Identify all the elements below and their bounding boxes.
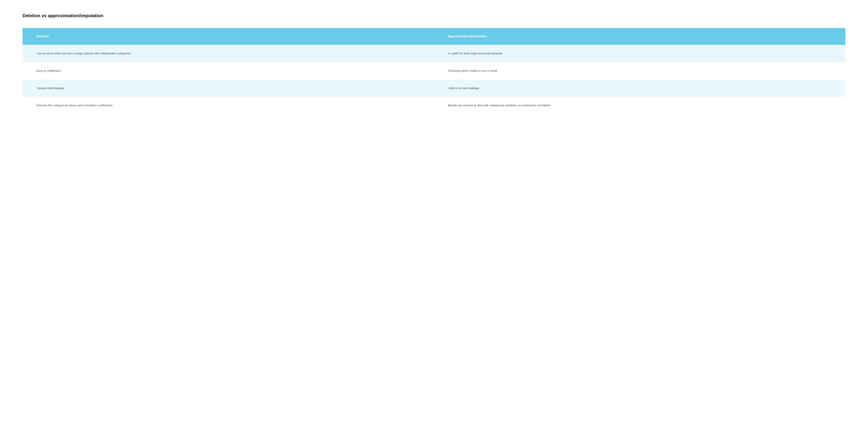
table-row: Causes data leakage Little to no data le… [23, 80, 845, 97]
table-row: Can be done when we have a large dataset… [23, 45, 845, 62]
cell-deletion: Causes data leakage [23, 80, 434, 97]
table-row: Disturbs the categorical values and corr… [23, 97, 845, 114]
cell-approximation: Models are present to deal with categori… [434, 97, 845, 114]
page-title: Deletion vs approximation/imputation [23, 13, 845, 19]
cell-deletion: Can be done when we have a large dataset… [23, 45, 434, 62]
cell-deletion: Easy to implement [23, 62, 434, 80]
comparison-table: Deletion Approximation/Imputation Can be… [23, 28, 845, 114]
table-header-row: Deletion Approximation/Imputation [23, 28, 845, 45]
table-row: Easy to implement Choosing which model t… [23, 62, 845, 80]
column-header-deletion: Deletion [23, 28, 434, 45]
cell-approximation: Choosing which model to use is trivial [434, 62, 845, 80]
cell-deletion: Disturbs the categorical values and corr… [23, 97, 434, 114]
cell-approximation: Little to no data leakage [434, 80, 845, 97]
cell-approximation: Is useful for both large and small datas… [434, 45, 845, 62]
column-header-approximation: Approximation/Imputation [434, 28, 845, 45]
